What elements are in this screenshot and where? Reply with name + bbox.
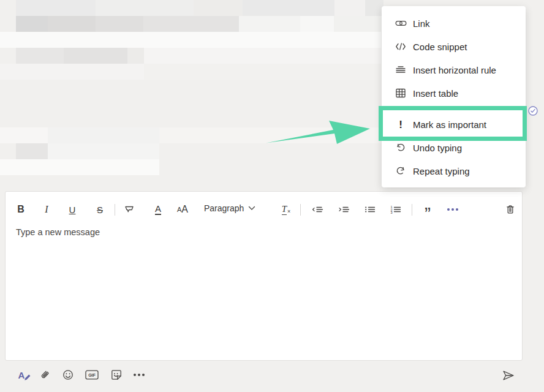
- strikethrough-icon: S: [97, 205, 103, 215]
- table-icon: [394, 87, 407, 99]
- teams-chat-screen: Link Code snippet Insert: [0, 0, 544, 392]
- outdent-icon: [311, 204, 323, 215]
- redo-icon: [394, 165, 407, 177]
- italic-icon: I: [45, 204, 48, 215]
- paragraph-style-dropdown[interactable]: Paragraph: [204, 203, 255, 213]
- decrease-indent-button[interactable]: [310, 202, 325, 217]
- emoji-icon: [62, 369, 74, 381]
- numbered-list-button[interactable]: 1 2 3: [388, 202, 403, 217]
- link-icon: [394, 17, 407, 29]
- message-composer: B I U S A A A Paragraph: [5, 191, 523, 361]
- menu-item-undo-typing[interactable]: Undo typing: [382, 136, 526, 159]
- menu-item-label: Code snippet: [413, 42, 467, 52]
- paperclip-icon: [39, 369, 51, 381]
- menu-item-insert-horizontal-rule[interactable]: Insert horizontal rule: [382, 58, 526, 81]
- toolbar-divider: [300, 204, 301, 216]
- highlight-button[interactable]: [122, 202, 137, 217]
- format-button[interactable]: A: [13, 367, 29, 383]
- paragraph-label: Paragraph: [204, 203, 244, 213]
- font-size-button[interactable]: A A: [173, 202, 192, 217]
- more-formatting-options-button[interactable]: [444, 202, 462, 217]
- menu-item-insert-table[interactable]: Insert table: [382, 81, 526, 105]
- gif-icon: GIF: [85, 369, 99, 381]
- numbered-list-icon: 1 2 3: [390, 204, 402, 215]
- indent-icon: [338, 204, 350, 215]
- menu-item-label: Link: [413, 18, 430, 29]
- gif-button[interactable]: GIF: [84, 367, 100, 383]
- send-button[interactable]: [501, 368, 516, 383]
- formatting-context-menu: Link Code snippet Insert: [382, 6, 526, 187]
- highlighter-icon: [124, 204, 135, 215]
- increase-indent-button[interactable]: [336, 202, 351, 217]
- ellipsis-icon: [134, 374, 145, 376]
- annotation-check-icon[interactable]: [527, 105, 538, 116]
- menu-item-mark-as-important[interactable]: ! Mark as important: [382, 113, 526, 136]
- underline-button[interactable]: U: [65, 202, 80, 217]
- menu-spacer: [382, 105, 526, 113]
- format-icon: A: [18, 370, 25, 380]
- font-color-icon: A: [155, 204, 161, 215]
- svg-text:3: 3: [391, 211, 393, 214]
- important-icon: !: [394, 118, 407, 130]
- attach-button[interactable]: [37, 367, 53, 383]
- menu-item-label: Repeat typing: [413, 166, 470, 176]
- font-size-icon: A: [177, 206, 181, 213]
- more-options-button[interactable]: [131, 367, 147, 383]
- italic-button[interactable]: I: [39, 202, 54, 217]
- send-icon: [502, 369, 515, 382]
- sticker-icon: [110, 369, 123, 381]
- menu-item-label: Undo typing: [413, 143, 462, 153]
- menu-item-code-snippet[interactable]: Code snippet: [382, 35, 526, 58]
- delete-message-button[interactable]: [503, 202, 518, 217]
- svg-text:GIF: GIF: [88, 373, 96, 377]
- horizontal-rule-icon: [394, 64, 407, 76]
- annotation-arrow: [265, 118, 372, 146]
- font-color-button[interactable]: A: [151, 202, 165, 217]
- underline-icon: U: [69, 205, 76, 215]
- clear-formatting-icon: T: [282, 204, 287, 215]
- quote-button[interactable]: ”: [420, 202, 434, 217]
- toolbar-divider: [412, 204, 412, 216]
- emoji-button[interactable]: [60, 367, 76, 383]
- menu-item-repeat-typing[interactable]: Repeat typing: [382, 159, 526, 183]
- clear-formatting-button[interactable]: T ×: [277, 202, 295, 217]
- strikethrough-button[interactable]: S: [93, 202, 107, 217]
- chevron-down-icon: [248, 206, 255, 211]
- menu-item-label: Insert table: [413, 88, 458, 99]
- sticker-button[interactable]: [108, 367, 124, 383]
- code-icon: [394, 40, 407, 53]
- bulleted-list-button[interactable]: [363, 202, 377, 217]
- toolbar-divider: [115, 204, 115, 216]
- trash-icon: [505, 204, 516, 215]
- bold-button[interactable]: B: [13, 202, 28, 217]
- bulleted-list-icon: [364, 204, 376, 215]
- ellipsis-icon: [447, 208, 458, 211]
- menu-item-label: Insert horizontal rule: [413, 65, 496, 75]
- undo-icon: [394, 141, 407, 154]
- menu-item-link[interactable]: Link: [382, 12, 526, 35]
- bold-icon: B: [17, 204, 25, 215]
- message-input[interactable]: Type a new message: [16, 227, 510, 237]
- menu-item-label: Mark as important: [413, 119, 486, 130]
